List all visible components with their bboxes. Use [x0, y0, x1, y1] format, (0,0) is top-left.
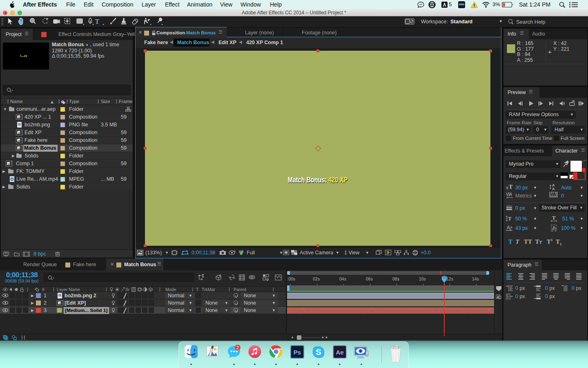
svg-text:A: A	[507, 225, 510, 231]
svg-text:Ps: Ps	[294, 349, 301, 356]
svg-text:T: T	[508, 215, 512, 222]
svg-text:a: a	[510, 225, 512, 229]
svg-text:A: A	[509, 192, 512, 197]
svg-text:V: V	[506, 192, 509, 197]
svg-text:S: S	[316, 347, 321, 357]
svg-text:Ae: Ae	[336, 349, 343, 356]
svg-text:T: T	[552, 215, 556, 221]
svg-text:あ: あ	[552, 225, 557, 230]
svg-text:2: 2	[236, 346, 239, 350]
svg-text:A: A	[552, 187, 555, 191]
svg-text:fx: fx	[126, 287, 129, 292]
svg-text:GoPro: GoPro	[459, 4, 465, 6]
